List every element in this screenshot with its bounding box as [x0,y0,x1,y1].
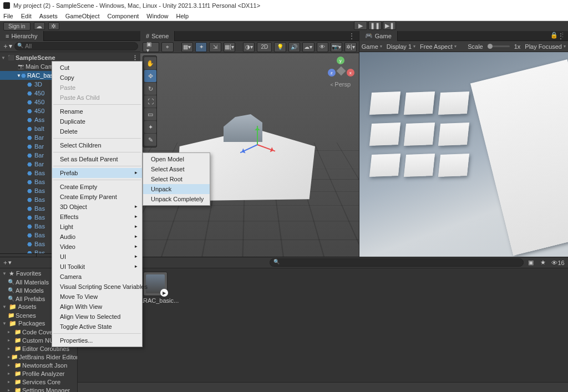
hand-tool-icon[interactable]: ✋ [144,57,156,69]
sign-in-button[interactable]: Sign in [3,22,31,30]
tool-snap-icon[interactable]: ✦ [195,42,207,52]
menu-item-delete[interactable]: Delete [52,126,142,136]
transform-gizmo[interactable] [237,125,276,164]
submenu-item-select-root[interactable]: Select Root [143,174,210,184]
hierarchy-search[interactable]: All [14,42,138,50]
gizmo-y-label[interactable]: y [337,57,344,64]
menu-item-video[interactable]: Video [52,242,142,252]
tab-scene[interactable]: # Scene [140,31,175,41]
menu-item-duplicate[interactable]: Duplicate [52,116,142,126]
menu-item-create-empty-parent[interactable]: Create Empty Parent [52,192,142,202]
step-button[interactable]: ▶❚ [383,21,396,30]
game-mode-dropdown[interactable]: Game [362,43,382,50]
gizmo-z-axis[interactable] [240,144,258,153]
menu-item-effects[interactable]: Effects [52,212,142,222]
2d-toggle[interactable]: 2D [257,42,272,52]
cloud-icon[interactable]: ☁ [34,22,45,30]
tool-snap-settings[interactable]: ⇲ [209,42,221,52]
submenu-item-select-asset[interactable]: Select Asset [143,164,210,174]
menu-item-audio[interactable]: Audio [52,232,142,242]
hidden-icon[interactable]: 👁 [317,42,328,52]
hidden-toggle-icon[interactable]: 👁16 [550,259,566,266]
project-grid[interactable]: ScenesCameraM...▶RAC_basic... [78,268,568,392]
menu-item-select-children[interactable]: Select Children [52,140,142,150]
menu-item-ui[interactable]: UI [52,252,142,262]
menu-item-properties-[interactable]: Properties... [52,335,142,345]
favorite-filter-icon[interactable]: ★ [538,259,548,266]
submenu-item-unpack-completely[interactable]: Unpack Completely [143,194,210,204]
menu-item-move-to-view[interactable]: Move To View [52,292,142,302]
aspect-dropdown[interactable]: Free Aspect [420,43,457,50]
lighting-icon[interactable]: 💡 [274,42,286,52]
menu-item-set-as-default-parent[interactable]: Set as Default Parent [52,154,142,164]
menu-component[interactable]: Component [107,13,139,19]
gizmo-y-axis[interactable] [257,126,258,145]
menu-item-3d-object[interactable]: 3D Object [52,202,142,212]
camera-settings-icon[interactable]: 📷▾ [331,42,342,52]
gizmo-z-label[interactable]: z [328,69,336,77]
package-folder[interactable]: ▸📁JetBrains Rider Editor [0,353,77,361]
fx-icon[interactable]: ☁▾ [302,42,314,52]
rotate-tool-icon[interactable]: ↻ [144,83,156,95]
create-dropdown[interactable]: ＋▾ [2,42,12,51]
rendered-tile [438,91,469,115]
scale-label: Scale [468,43,483,50]
audio-icon[interactable]: 🔊 [288,42,300,52]
package-folder[interactable]: ▸📁Services Core [0,378,77,386]
package-folder[interactable]: ▸📁Profile Analyzer [0,369,77,378]
project-create-dropdown[interactable]: ＋▾ [2,258,12,267]
menu-item-light[interactable]: Light [52,222,142,232]
custom-tool-icon[interactable]: ✎ [144,134,156,146]
tool-local-global[interactable]: ⌖ [161,42,173,52]
menu-assets[interactable]: Assets [39,13,58,19]
play-focused-dropdown[interactable]: Play Focused [525,43,566,50]
menu-edit[interactable]: Edit [21,13,32,19]
menu-item-visual-scripting-scene-variables[interactable]: Visual Scripting Scene Variables [52,282,142,292]
scene-more-icon[interactable]: ⋮ [344,32,359,40]
menu-gameobject[interactable]: GameObject [65,13,100,19]
menu-item-camera[interactable]: Camera [52,272,142,282]
menu-window[interactable]: Window [146,13,168,19]
draw-mode-icon[interactable]: ◑▾ [243,42,255,52]
tool-increment[interactable]: ▦|▾ [224,42,235,52]
play-button[interactable]: ▶ [354,21,367,30]
submenu-item-open-model[interactable]: Open Model [143,154,210,164]
menu-item-align-with-view[interactable]: Align With View [52,302,142,312]
scale-slider[interactable] [488,45,510,47]
display-dropdown[interactable]: Display 1 [387,43,415,50]
menu-item-create-empty[interactable]: Create Empty [52,182,142,192]
menu-help[interactable]: Help [176,13,189,19]
package-folder[interactable]: ▸📁Settings Manager [0,386,77,392]
menu-item-copy[interactable]: Copy [52,73,142,83]
menu-item-prefab[interactable]: Prefab [52,168,142,178]
menu-item-align-view-to-selected[interactable]: Align View to Selected [52,312,142,322]
menu-item-cut[interactable]: Cut [52,63,142,73]
persp-label[interactable]: < Persp [327,81,354,88]
package-folder[interactable]: ▸📁Newtonsoft Json [0,361,77,369]
orientation-gizmo[interactable]: y x z < Persp [327,57,354,84]
manage-icon[interactable]: ✲ [48,22,59,30]
rect-tool-icon[interactable]: ▭ [144,108,156,120]
tab-hierarchy[interactable]: ≡ Hierarchy [0,31,44,41]
gizmo-x-axis[interactable] [257,144,276,152]
tab-game[interactable]: 🎮 Game [359,31,398,41]
move-tool-icon[interactable]: ✥ [144,70,156,82]
tool-grid-icon[interactable]: ▦▾ [181,42,193,52]
menu-item-ui-toolkit[interactable]: UI Toolkit [52,262,142,272]
project-search[interactable]: 🔍 [270,258,524,267]
filter-icon[interactable]: ▣ [526,259,536,266]
menu-item-paste-as-child[interactable]: Paste As Child [52,93,142,103]
menu-file[interactable]: File [3,13,13,19]
tool-center-pivot[interactable]: ▣ ▾ [143,42,159,52]
menu-item-toggle-active-state[interactable]: Toggle Active State [52,322,142,332]
gizmos-icon[interactable]: ✲|▾ [344,42,356,52]
menu-item-rename[interactable]: Rename [52,106,142,116]
pause-button[interactable]: ❚❚ [368,21,382,30]
gizmo-x-label[interactable]: x [347,69,354,77]
menu-item-paste[interactable]: Paste [52,83,142,93]
scale-tool-icon[interactable]: ⛶ [144,95,156,108]
panel-lock-icon[interactable]: 🔒 ⋮ [550,32,566,39]
transform-tool-icon[interactable]: ✦ [144,121,156,133]
submenu-item-unpack[interactable]: Unpack [143,184,210,194]
gizmo-cube-icon[interactable] [336,67,346,76]
